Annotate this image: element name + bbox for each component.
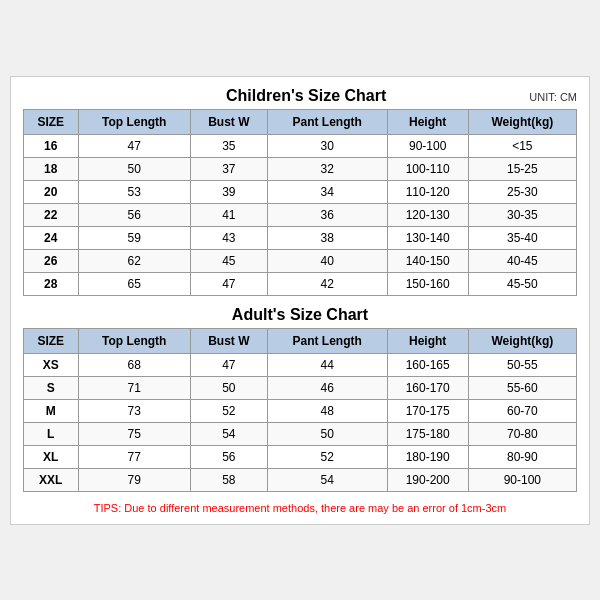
- adult-cell: 50-55: [468, 353, 576, 376]
- children-cell: 45: [190, 249, 267, 272]
- col-header-top-length: Top Length: [78, 109, 190, 134]
- adult-cell: XXL: [24, 468, 79, 491]
- children-cell: 36: [267, 203, 387, 226]
- adult-cell: 190-200: [387, 468, 468, 491]
- adult-cell: 47: [190, 353, 267, 376]
- chart-container: Children's Size Chart UNIT: CM SIZE Top …: [10, 76, 590, 525]
- adult-cell: 77: [78, 445, 190, 468]
- adult-cell: 60-70: [468, 399, 576, 422]
- adult-cell: 175-180: [387, 422, 468, 445]
- children-cell: 42: [267, 272, 387, 295]
- children-cell: 20: [24, 180, 79, 203]
- children-cell: 56: [78, 203, 190, 226]
- adult-cell: 56: [190, 445, 267, 468]
- children-cell: 16: [24, 134, 79, 157]
- adult-row: M735248170-17560-70: [24, 399, 577, 422]
- adult-col-weight: Weight(kg): [468, 328, 576, 353]
- children-cell: 47: [190, 272, 267, 295]
- col-header-size: SIZE: [24, 109, 79, 134]
- children-cell: 38: [267, 226, 387, 249]
- children-cell: 15-25: [468, 157, 576, 180]
- adult-row: XS684744160-16550-55: [24, 353, 577, 376]
- children-cell: 65: [78, 272, 190, 295]
- tips-text: TIPS: Due to different measurement metho…: [23, 502, 577, 514]
- adult-cell: 79: [78, 468, 190, 491]
- children-cell: 40: [267, 249, 387, 272]
- children-title-row: Children's Size Chart UNIT: CM: [23, 87, 577, 105]
- children-table: SIZE Top Length Bust W Pant Length Heigh…: [23, 109, 577, 296]
- children-row: 18503732100-11015-25: [24, 157, 577, 180]
- adult-col-height: Height: [387, 328, 468, 353]
- adult-cell: 54: [267, 468, 387, 491]
- col-header-weight: Weight(kg): [468, 109, 576, 134]
- adult-title-row: Adult's Size Chart: [23, 306, 577, 324]
- children-cell: 140-150: [387, 249, 468, 272]
- adult-cell: 52: [190, 399, 267, 422]
- adult-cell: 160-165: [387, 353, 468, 376]
- children-title: Children's Size Chart: [83, 87, 529, 105]
- adult-row: XXL795854190-20090-100: [24, 468, 577, 491]
- children-cell: 30: [267, 134, 387, 157]
- col-header-height: Height: [387, 109, 468, 134]
- adult-title: Adult's Size Chart: [232, 306, 368, 324]
- children-cell: 62: [78, 249, 190, 272]
- adult-cell: 50: [190, 376, 267, 399]
- children-cell: 35: [190, 134, 267, 157]
- adult-table: SIZE Top Length Bust W Pant Length Heigh…: [23, 328, 577, 492]
- children-cell: 90-100: [387, 134, 468, 157]
- children-cell: 32: [267, 157, 387, 180]
- adult-col-size: SIZE: [24, 328, 79, 353]
- adult-cell: S: [24, 376, 79, 399]
- children-row: 28654742150-16045-50: [24, 272, 577, 295]
- children-row: 26624540140-15040-45: [24, 249, 577, 272]
- adult-cell: L: [24, 422, 79, 445]
- children-cell: 28: [24, 272, 79, 295]
- children-cell: 50: [78, 157, 190, 180]
- adult-header-row: SIZE Top Length Bust W Pant Length Heigh…: [24, 328, 577, 353]
- children-cell: 24: [24, 226, 79, 249]
- adult-cell: 75: [78, 422, 190, 445]
- adult-row: XL775652180-19080-90: [24, 445, 577, 468]
- children-cell: 26: [24, 249, 79, 272]
- adult-cell: 54: [190, 422, 267, 445]
- adult-cell: 90-100: [468, 468, 576, 491]
- children-cell: 35-40: [468, 226, 576, 249]
- children-cell: 43: [190, 226, 267, 249]
- adult-cell: 170-175: [387, 399, 468, 422]
- adult-cell: 50: [267, 422, 387, 445]
- adult-cell: M: [24, 399, 79, 422]
- adult-cell: 55-60: [468, 376, 576, 399]
- adult-col-bust-w: Bust W: [190, 328, 267, 353]
- adult-row: S715046160-17055-60: [24, 376, 577, 399]
- children-cell: <15: [468, 134, 576, 157]
- children-row: 20533934110-12025-30: [24, 180, 577, 203]
- col-header-pant-length: Pant Length: [267, 109, 387, 134]
- children-cell: 45-50: [468, 272, 576, 295]
- adult-col-pant-length: Pant Length: [267, 328, 387, 353]
- adult-cell: 70-80: [468, 422, 576, 445]
- unit-label: UNIT: CM: [529, 91, 577, 103]
- children-cell: 150-160: [387, 272, 468, 295]
- children-cell: 40-45: [468, 249, 576, 272]
- adult-cell: 73: [78, 399, 190, 422]
- adult-cell: 71: [78, 376, 190, 399]
- adult-cell: 52: [267, 445, 387, 468]
- children-cell: 47: [78, 134, 190, 157]
- adult-cell: 46: [267, 376, 387, 399]
- children-cell: 130-140: [387, 226, 468, 249]
- adult-row: L755450175-18070-80: [24, 422, 577, 445]
- children-cell: 41: [190, 203, 267, 226]
- adult-cell: 58: [190, 468, 267, 491]
- children-cell: 120-130: [387, 203, 468, 226]
- children-cell: 18: [24, 157, 79, 180]
- children-row: 22564136120-13030-35: [24, 203, 577, 226]
- adult-cell: 48: [267, 399, 387, 422]
- children-cell: 22: [24, 203, 79, 226]
- col-header-bust-w: Bust W: [190, 109, 267, 134]
- children-row: 1647353090-100<15: [24, 134, 577, 157]
- children-cell: 110-120: [387, 180, 468, 203]
- children-cell: 39: [190, 180, 267, 203]
- children-cell: 30-35: [468, 203, 576, 226]
- adult-cell: 160-170: [387, 376, 468, 399]
- children-cell: 53: [78, 180, 190, 203]
